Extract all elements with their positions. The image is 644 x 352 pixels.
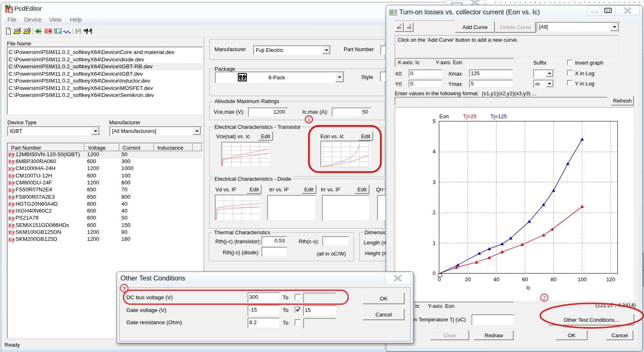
svg-text:60: 60 [522,276,528,282]
svg-text:2: 2 [433,209,436,215]
svg-text:80: 80 [550,276,556,282]
svg-text:20: 20 [465,276,471,282]
svg-text:Tj=125: Tj=125 [490,113,507,119]
svg-text:0: 0 [433,270,436,276]
svg-text:0: 0 [438,276,441,282]
svg-text:100: 100 [578,276,587,282]
svg-text:Ic: Ic [526,285,531,291]
svg-text:1: 1 [433,240,436,246]
svg-text:3: 3 [433,179,436,185]
svg-text:Tj=25: Tj=25 [463,113,476,119]
svg-text:4: 4 [433,148,436,155]
svg-text:Eon: Eon [439,113,449,119]
svg-text:5: 5 [433,118,436,124]
svg-text:120: 120 [606,276,615,282]
svg-text:40: 40 [494,276,499,282]
